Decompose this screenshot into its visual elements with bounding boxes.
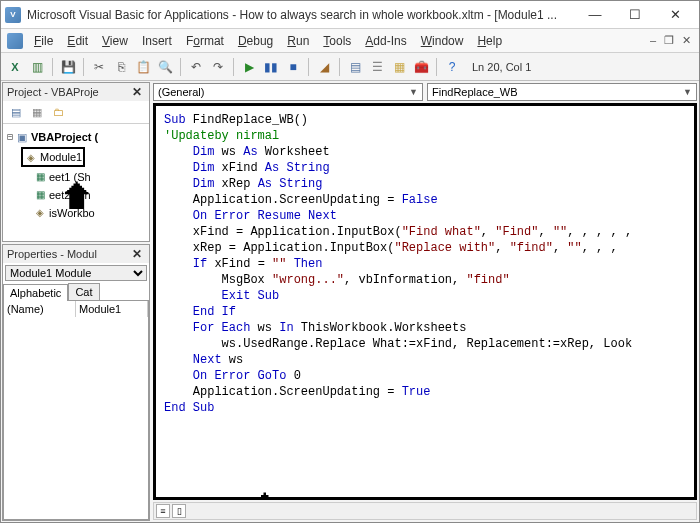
properties-title: Properties - Modul <box>7 248 97 260</box>
properties-tab-alphabetic[interactable]: Alphabetic <box>3 284 68 301</box>
mdi-close-button[interactable]: ✕ <box>682 34 691 47</box>
window-title: Microsoft Visual Basic for Applications … <box>27 8 575 22</box>
tree-root[interactable]: VBAProject ( <box>31 129 98 145</box>
mdi-restore-button[interactable]: ❐ <box>664 34 674 47</box>
reset-button[interactable]: ■ <box>283 57 303 77</box>
cut-button[interactable]: ✂ <box>89 57 109 77</box>
full-module-view-button[interactable]: ▯ <box>172 504 186 518</box>
menu-run[interactable]: Run <box>280 31 316 51</box>
tree-sheet2[interactable]: eet2 (Sh <box>49 187 91 203</box>
menu-file[interactable]: File <box>27 31 60 51</box>
properties-window-button[interactable]: ☰ <box>367 57 387 77</box>
break-button[interactable]: ▮▮ <box>261 57 281 77</box>
properties-close-button[interactable]: ✕ <box>129 247 145 261</box>
system-menu-icon[interactable] <box>7 33 23 49</box>
view-object-button[interactable]: ▦ <box>28 104 46 120</box>
properties-pane: Properties - Modul ✕ Module1 Module Alph… <box>2 244 150 521</box>
object-dropdown[interactable]: (General)▼ <box>153 83 423 101</box>
prop-name-key: (Name) <box>4 301 76 317</box>
procedure-dropdown[interactable]: FindReplace_WB▼ <box>427 83 697 101</box>
toggle-folders-button[interactable]: 🗀 <box>49 104 67 120</box>
cursor-position-label: Ln 20, Col 1 <box>472 61 531 73</box>
menu-format[interactable]: Format <box>179 31 231 51</box>
menu-debug[interactable]: Debug <box>231 31 280 51</box>
toolbox-button[interactable]: 🧰 <box>411 57 431 77</box>
code-editor[interactable]: Sub FindReplace_WB() 'Updateby nirmal Di… <box>153 103 697 500</box>
menu-window[interactable]: Window <box>414 31 471 51</box>
copy-button[interactable]: ⎘ <box>111 57 131 77</box>
view-code-button[interactable]: ▤ <box>7 104 25 120</box>
menu-view[interactable]: View <box>95 31 135 51</box>
project-explorer-close-button[interactable]: ✕ <box>129 85 145 99</box>
redo-button[interactable]: ↷ <box>208 57 228 77</box>
project-explorer-button[interactable]: ▤ <box>345 57 365 77</box>
project-explorer-pane: Project - VBAProje ✕ ▤ ▦ 🗀 ⊟VBAProject (… <box>2 82 150 242</box>
paste-button[interactable]: 📋 <box>133 57 153 77</box>
save-button[interactable]: 💾 <box>58 57 78 77</box>
vba-app-icon: V <box>5 7 21 23</box>
properties-object-select[interactable]: Module1 Module <box>5 265 147 281</box>
close-button[interactable]: ✕ <box>655 2 695 28</box>
mdi-minimize-button[interactable]: – <box>650 34 656 47</box>
prop-name-value[interactable]: Module1 <box>76 301 148 317</box>
help-button[interactable]: ? <box>442 57 462 77</box>
run-sub-button[interactable]: ▶ <box>239 57 259 77</box>
procedure-view-button[interactable]: ≡ <box>156 504 170 518</box>
menu-addins[interactable]: Add-Ins <box>358 31 413 51</box>
tree-module1[interactable]: Module1 <box>40 151 82 163</box>
annotation-arrow-icon: 🡅 <box>246 491 286 500</box>
tree-sheet1[interactable]: eet1 (Sh <box>49 169 91 185</box>
window-titlebar: V Microsoft Visual Basic for Application… <box>1 1 699 29</box>
menu-help[interactable]: Help <box>470 31 509 51</box>
menu-edit[interactable]: Edit <box>60 31 95 51</box>
undo-button[interactable]: ↶ <box>186 57 206 77</box>
minimize-button[interactable]: — <box>575 2 615 28</box>
project-tree[interactable]: ⊟VBAProject ( Module1 eet1 (Sh eet2 (Sh … <box>3 124 149 226</box>
design-mode-button[interactable]: ◢ <box>314 57 334 77</box>
insert-object-button[interactable]: ▥ <box>27 57 47 77</box>
tree-thisworkbook[interactable]: isWorkbo <box>49 205 95 221</box>
properties-grid[interactable]: (Name) Module1 <box>3 300 149 520</box>
code-window: (General)▼ FindReplace_WB▼ Sub FindRepla… <box>151 81 699 522</box>
menu-tools[interactable]: Tools <box>316 31 358 51</box>
find-button[interactable]: 🔍 <box>155 57 175 77</box>
code-view-footer: ≡ ▯ <box>153 502 697 520</box>
maximize-button[interactable]: ☐ <box>615 2 655 28</box>
view-excel-button[interactable]: X <box>5 57 25 77</box>
standard-toolbar: X ▥ 💾 ✂ ⎘ 📋 🔍 ↶ ↷ ▶ ▮▮ ■ ◢ ▤ ☰ ▦ 🧰 ? Ln … <box>1 53 699 81</box>
object-browser-button[interactable]: ▦ <box>389 57 409 77</box>
menu-insert[interactable]: Insert <box>135 31 179 51</box>
properties-tab-categorized[interactable]: Cat <box>68 283 99 300</box>
project-explorer-title: Project - VBAProje <box>7 86 99 98</box>
menu-bar: File Edit View Insert Format Debug Run T… <box>1 29 699 53</box>
